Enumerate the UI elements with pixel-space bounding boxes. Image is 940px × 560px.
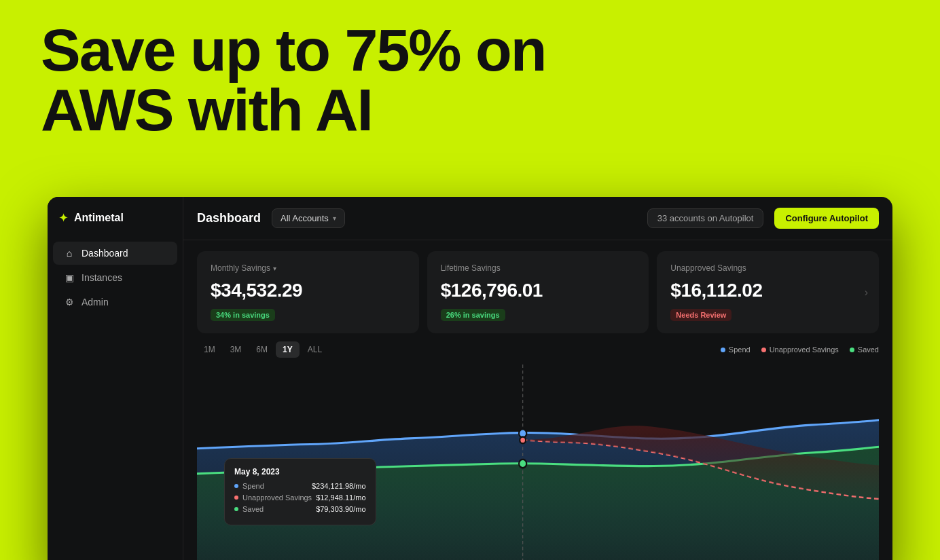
stat-badge-unapproved: Needs Review xyxy=(670,309,731,321)
legend-unapproved: Unapproved Savings xyxy=(761,346,839,354)
legend-dot-spend xyxy=(721,348,725,352)
sidebar-label-dashboard: Dashboard xyxy=(82,248,128,259)
sidebar-label-instances: Instances xyxy=(82,272,122,283)
stat-card-monthly: Monthly Savings ▾ $34,532.29 34% in savi… xyxy=(197,251,419,333)
tooltip-label-saved: Saved xyxy=(242,505,312,513)
legend-spend: Spend xyxy=(721,346,751,354)
sidebar-item-admin[interactable]: ⚙ Admin xyxy=(53,291,177,314)
logo-icon: ✦ xyxy=(58,210,69,225)
configure-autopilot-button[interactable]: Configure Autopilot xyxy=(774,208,879,229)
home-icon: ⌂ xyxy=(64,248,75,259)
tooltip-row-saved: Saved $79,303.90/mo xyxy=(234,505,366,513)
stat-badge-monthly: 34% in savings xyxy=(211,309,275,321)
stat-value-monthly: $34,532.29 xyxy=(211,280,405,301)
accounts-label: All Accounts xyxy=(281,213,329,223)
sidebar-nav: ⌂ Dashboard ▣ Instances ⚙ Admin xyxy=(48,242,183,314)
legend-dot-saved xyxy=(850,348,854,352)
tooltip-dot-spend xyxy=(234,484,238,488)
time-btn-1y[interactable]: 1Y xyxy=(276,341,300,358)
page-title: Dashboard xyxy=(197,211,261,225)
tooltip-val-unapproved: $12,948.11/mo xyxy=(316,493,365,502)
main-content: Dashboard All Accounts ▾ 33 accounts on … xyxy=(183,197,892,560)
chart-tooltip: May 8, 2023 Spend $234,121.98/mo Unappro… xyxy=(224,458,376,525)
chart-controls: 1M 3M 6M 1Y ALL Spend Unapproved Savings xyxy=(197,341,879,358)
chevron-down-icon: ▾ xyxy=(273,265,276,272)
logo-text: Antimetal xyxy=(74,212,124,224)
tooltip-row-unapproved: Unapproved Savings $12,948.11/mo xyxy=(234,493,366,502)
cursor-dot-saved xyxy=(519,460,526,468)
instances-icon: ▣ xyxy=(64,272,75,283)
time-btn-6m[interactable]: 6M xyxy=(249,341,274,358)
legend-label-saved: Saved xyxy=(858,346,879,354)
chevron-down-icon: ▾ xyxy=(333,214,336,222)
stat-card-unapproved[interactable]: Unapproved Savings $16,112.02 Needs Revi… xyxy=(657,251,879,333)
legend-dot-unapproved xyxy=(761,348,766,352)
sidebar: ✦ Antimetal ⌂ Dashboard ▣ Instances ⚙ Ad… xyxy=(48,197,183,560)
sidebar-label-admin: Admin xyxy=(82,297,109,307)
stat-card-lifetime: Lifetime Savings $126,796.01 26% in savi… xyxy=(427,251,649,333)
stats-row: Monthly Savings ▾ $34,532.29 34% in savi… xyxy=(183,240,892,341)
tooltip-val-saved: $79,303.90/mo xyxy=(316,505,365,513)
sidebar-item-instances[interactable]: ▣ Instances xyxy=(53,266,177,289)
hero-line1: Save up to 75% on xyxy=(41,16,546,83)
tooltip-label-spend: Spend xyxy=(242,482,308,490)
hero-section: Save up to 75% on AWS with AI xyxy=(41,20,546,140)
legend-label-unapproved: Unapproved Savings xyxy=(770,346,839,354)
admin-icon: ⚙ xyxy=(64,297,75,307)
time-btn-3m[interactable]: 3M xyxy=(223,341,249,358)
accounts-dropdown[interactable]: All Accounts ▾ xyxy=(272,208,345,228)
tooltip-val-spend: $234,121.98/mo xyxy=(312,482,366,490)
time-btn-1m[interactable]: 1M xyxy=(197,341,222,358)
app-window: ✦ Antimetal ⌂ Dashboard ▣ Instances ⚙ Ad… xyxy=(48,197,892,560)
tooltip-dot-saved xyxy=(234,507,238,511)
sidebar-logo: ✦ Antimetal xyxy=(48,210,183,242)
tooltip-row-spend: Spend $234,121.98/mo xyxy=(234,482,366,490)
legend-label-spend: Spend xyxy=(729,346,751,354)
stat-value-lifetime: $126,796.01 xyxy=(441,280,636,301)
stat-label-lifetime: Lifetime Savings xyxy=(441,263,636,273)
tooltip-dot-unapproved xyxy=(234,496,238,500)
autopilot-badge: 33 accounts on Autopilot xyxy=(647,208,764,228)
sidebar-item-dashboard[interactable]: ⌂ Dashboard xyxy=(53,242,177,265)
hero-line2: AWS with AI xyxy=(41,76,372,143)
chart-legend: Spend Unapproved Savings Saved xyxy=(721,346,879,354)
cursor-dot-unapproved xyxy=(520,436,526,443)
tooltip-label-unapproved: Unapproved Savings xyxy=(242,493,312,502)
tooltip-date: May 8, 2023 xyxy=(234,467,366,477)
autopilot-text: 33 accounts on Autopilot xyxy=(657,213,754,223)
header: Dashboard All Accounts ▾ 33 accounts on … xyxy=(183,197,892,240)
stat-label-monthly: Monthly Savings ▾ xyxy=(211,263,405,273)
time-buttons: 1M 3M 6M 1Y ALL xyxy=(197,341,329,358)
time-btn-all[interactable]: ALL xyxy=(301,341,329,358)
chart-section: 1M 3M 6M 1Y ALL Spend Unapproved Savings xyxy=(183,341,892,560)
chart-container: May 8, 2023 Spend $234,121.98/mo Unappro… xyxy=(197,365,879,560)
stat-value-unapproved: $16,112.02 xyxy=(670,280,865,301)
stat-label-unapproved: Unapproved Savings xyxy=(670,263,865,273)
legend-saved: Saved xyxy=(850,346,879,354)
stat-badge-lifetime: 26% in savings xyxy=(441,309,505,321)
chevron-right-icon: › xyxy=(865,286,868,299)
